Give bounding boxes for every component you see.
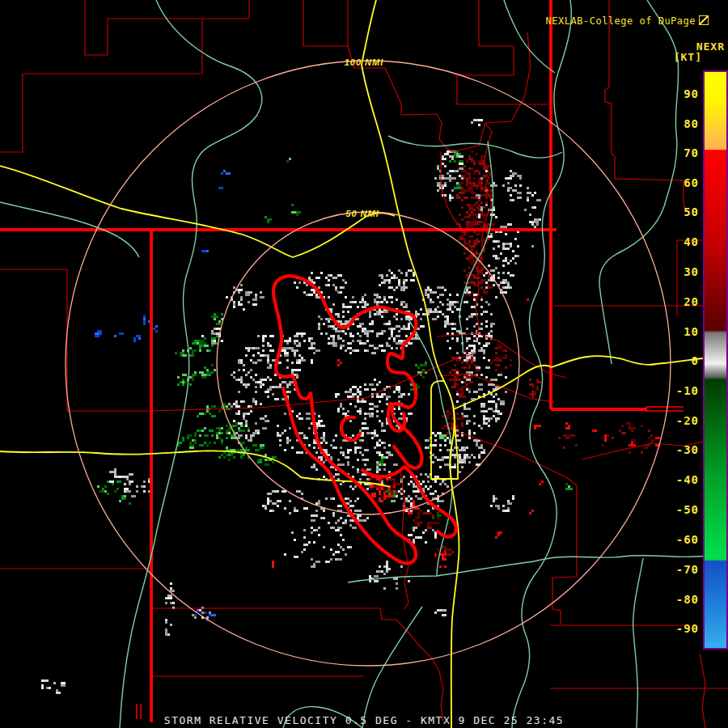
scale-tick--10: -10 (663, 384, 699, 397)
scale-tick--50: -50 (663, 503, 699, 516)
ring-label-50-nmi: 50 NMI (345, 209, 379, 218)
scale-tick-80: 80 (663, 117, 699, 130)
scale-tick-70: 70 (663, 146, 699, 159)
scale-tick-30: 30 (663, 265, 699, 278)
velocity-colorbar (703, 70, 728, 650)
scale-tick--90: -90 (663, 622, 699, 635)
scale-tick-10: 10 (663, 325, 699, 338)
scale-tick--60: -60 (663, 533, 699, 546)
map-canvas (0, 0, 728, 728)
brand-link[interactable]: NEXLAB-College of DuPage (521, 4, 709, 38)
scale-tick--40: -40 (663, 473, 699, 486)
scale-tick-50: 50 (663, 205, 699, 218)
scale-tick-20: 20 (663, 295, 699, 308)
scale-tick--80: -80 (663, 593, 699, 606)
scale-tick-40: 40 (663, 235, 699, 248)
external-link-icon (699, 15, 709, 25)
ring-label-100-nmi: 100 NMI (345, 57, 384, 67)
scale-tick--70: -70 (663, 563, 699, 576)
scale-tick--30: -30 (663, 443, 699, 456)
scale-tick-0: 0 (663, 354, 699, 367)
radar-display: 9080706050403020100-10-20-30-40-50-60-70… (0, 0, 728, 728)
colorbar-unit-label: [KT] (674, 51, 702, 63)
scale-tick-90: 90 (663, 87, 699, 100)
brand-text: NEXLAB-College of DuPage (546, 15, 696, 27)
scale-tick-60: 60 (663, 176, 699, 189)
scale-tick--20: -20 (663, 414, 699, 427)
product-title: STORM RELATIVE VELOCITY 0.5 DEG - KMTX 9… (0, 714, 728, 726)
